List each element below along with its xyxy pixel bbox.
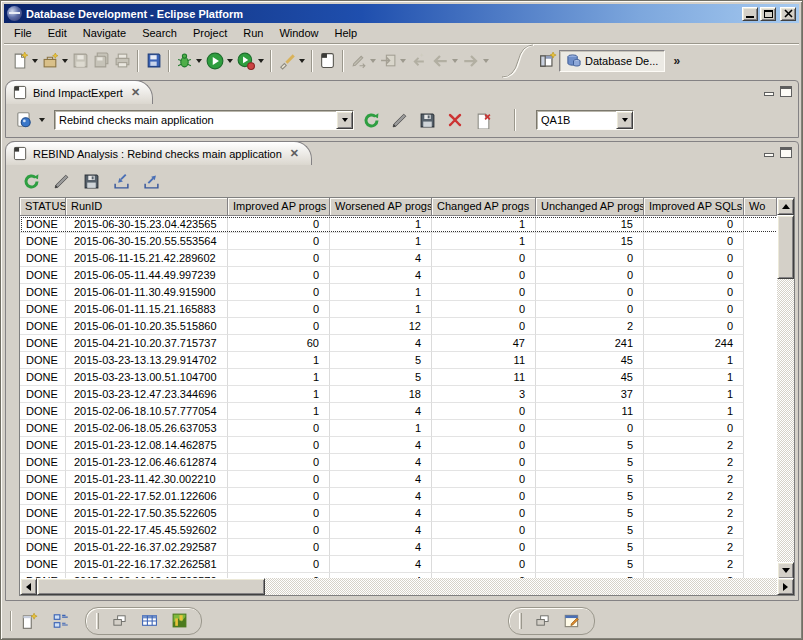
group-drag-handle[interactable] [96,613,99,629]
column-header[interactable]: Improved AP progs [228,198,330,216]
table-row[interactable]: DONE2015-06-01-11.30.49.91590001000 [20,284,779,301]
notepad-button[interactable] [317,49,338,73]
menu-navigate[interactable]: Navigate [75,25,134,41]
table-row[interactable]: DONE2015-06-01-11.15.21.16588301000 [20,301,779,318]
sql-editor-button[interactable] [143,49,164,73]
table-row[interactable]: DONE2015-06-30-15.20.55.553564011150 [20,233,779,250]
combo-dropdown-button[interactable] [336,111,353,129]
show-view-layout-button[interactable] [49,609,73,633]
table-row[interactable]: DONE2015-01-22-17.50.35.52260504052 [20,505,779,522]
group-drag-handle[interactable] [519,613,522,629]
export-button[interactable] [140,170,162,192]
vertical-scrollbar[interactable] [777,198,794,579]
edit-button[interactable] [50,170,72,192]
menu-project[interactable]: Project [185,25,235,41]
perspective-database-development-button[interactable]: Database De... [559,50,665,72]
menu-help[interactable]: Help [327,25,366,41]
tab-rebind-analysis[interactable]: REBIND Analysis : Rebind checks main app… [6,141,312,165]
combo-dropdown-button[interactable] [616,111,633,129]
subsystem-combo[interactable]: QA1B [536,110,634,130]
column-header[interactable]: RunID [66,198,228,216]
table-row[interactable]: DONE2015-01-23-12.08.14.46287504052 [20,437,779,454]
dropdown-arrow-icon[interactable] [299,59,305,63]
restore-view-button[interactable] [107,609,131,633]
delete-button[interactable] [444,109,466,131]
close-button[interactable] [780,7,796,21]
menu-file[interactable]: File [6,25,40,41]
perspective-bar-curve [501,44,535,78]
table-row[interactable]: DONE2015-01-22-16.37.02.29258704052 [20,539,779,556]
paintbrush-button[interactable] [276,49,307,73]
view-minimize-icon[interactable] [764,92,774,96]
vertical-scroll-thumb[interactable] [777,215,794,279]
column-header[interactable]: STATUS [20,198,66,216]
run-button[interactable] [204,49,235,73]
dropdown-arrow-icon[interactable] [62,59,68,63]
profile-combo[interactable]: Rebind checks main application [54,110,354,130]
column-header[interactable]: Wo [744,198,777,216]
dropdown-arrow-icon[interactable] [32,59,38,63]
import-button[interactable] [110,170,132,192]
table-row[interactable]: DONE2015-01-22-17.45.45.59260204052 [20,522,779,539]
horizontal-scrollbar[interactable] [20,578,794,595]
visual-explain-view-button[interactable] [167,609,191,633]
maximize-button[interactable] [760,7,776,21]
dropdown-arrow-icon[interactable] [39,118,45,122]
view-minimize-icon[interactable] [764,153,774,157]
table-row[interactable]: DONE2015-01-23-11.42.30.00221004052 [20,471,779,488]
new-artifact-button[interactable] [40,49,70,73]
dropdown-arrow-icon[interactable] [227,59,233,63]
fast-view-button[interactable] [17,609,41,633]
table-row[interactable]: DONE2015-06-05-11.44.49.99723904000 [20,267,779,284]
menu-search[interactable]: Search [134,25,185,41]
refresh-button[interactable] [360,109,382,131]
table-row[interactable]: DONE2015-06-11-15.21.42.28960204000 [20,250,779,267]
scroll-up-button[interactable] [777,198,794,215]
table-row[interactable]: DONE2015-03-23-13.00.51.1047001511451 [20,369,779,386]
table-row[interactable]: DONE2015-02-06-18.10.57.777054140111 [20,403,779,420]
menu-run[interactable]: Run [235,25,271,41]
table-row[interactable]: DONE2015-01-22-17.52.01.12260604052 [20,488,779,505]
open-perspective-button[interactable] [537,49,559,73]
column-header[interactable]: Worsened AP progs [330,198,432,216]
new-wizard-button[interactable] [10,49,40,73]
column-header[interactable]: Unchanged AP progs [536,198,644,216]
table-row[interactable]: DONE2015-01-23-12.06.46.61287404052 [20,454,779,471]
save-button[interactable] [416,109,438,131]
new-profile-dropdown-button[interactable] [12,110,48,130]
edit-button[interactable] [388,109,410,131]
refresh-button[interactable] [20,170,42,192]
menu-edit[interactable]: Edit [40,25,75,41]
tab-bind-impactexpert[interactable]: Bind ImpactExpert ✕ [6,80,153,104]
perspective-overflow-chevron[interactable]: » [673,54,680,68]
view-maximize-icon[interactable] [780,86,792,97]
restore-view-button[interactable] [530,609,554,633]
table-row[interactable]: DONE2015-01-22-16.17.32.26258104052 [20,556,779,573]
delete-profile-button[interactable] [472,109,494,131]
table-row[interactable]: DONE2015-03-23-12.47.23.3446961183371 [20,386,779,403]
scroll-down-button[interactable] [777,562,794,579]
view-maximize-icon[interactable] [780,147,792,158]
table-row[interactable]: DONE2015-04-21-10.20.37.7157376044724124… [20,335,779,352]
data-output-view-button[interactable] [137,609,161,633]
scroll-left-button[interactable] [20,578,37,595]
menu-window[interactable]: Window [271,25,326,41]
horizontal-scroll-thumb[interactable] [37,578,265,595]
dropdown-arrow-icon[interactable] [258,59,264,63]
table-row[interactable]: DONE2015-02-06-18.05.26.63705301000 [20,420,779,437]
table-row[interactable]: DONE2015-06-01-10.20.35.515860012020 [20,318,779,335]
scroll-right-button[interactable] [777,578,794,595]
debug-button[interactable] [174,49,204,73]
tab-close-icon[interactable]: ✕ [128,86,140,99]
tab-close-icon[interactable]: ✕ [287,147,299,160]
table-row[interactable]: DONE2015-03-23-13.13.29.9147021511451 [20,352,779,369]
run-history-button[interactable] [235,49,266,73]
fast-view-bar [4,604,799,637]
save-button[interactable] [80,170,102,192]
table-row[interactable]: DONE2015-06-30-15.23.04.423565011150 [20,216,779,233]
editor-view-button[interactable] [560,609,584,633]
column-header[interactable]: Changed AP progs [432,198,536,216]
column-header[interactable]: Improved AP SQLs [644,198,744,216]
dropdown-arrow-icon[interactable] [196,59,202,63]
minimize-button[interactable] [742,7,758,21]
